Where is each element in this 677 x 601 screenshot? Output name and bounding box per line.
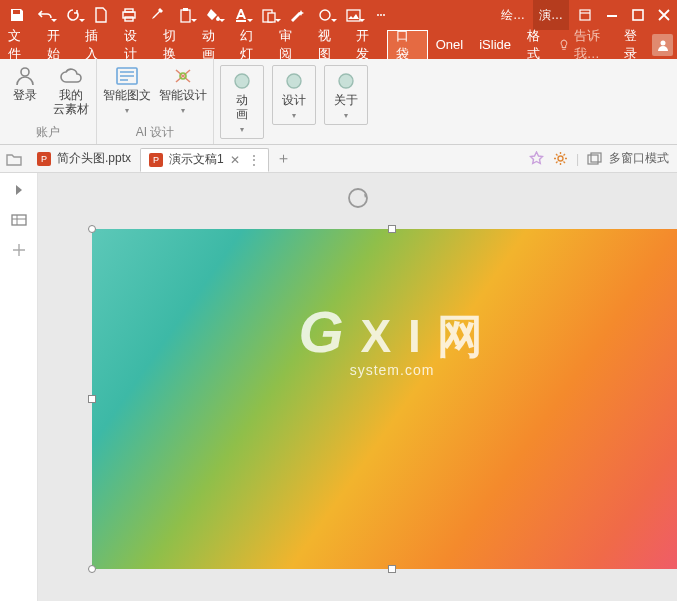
slide-canvas[interactable]: G X I 网 system.com [38, 173, 677, 601]
new-tab-button[interactable]: ＋ [273, 148, 295, 170]
more-icon[interactable] [368, 2, 394, 28]
menu-tab-animation[interactable]: 动画 [194, 30, 233, 59]
ribbon-design-btn[interactable]: 设计 ▾ [272, 65, 316, 125]
ribbon-caption-ai: AI 设计 [103, 122, 207, 144]
close-tab-icon[interactable]: ✕ [230, 153, 242, 167]
side-panel [0, 173, 38, 601]
ribbon-login[interactable]: 登录 [6, 65, 44, 103]
multiwindow-label[interactable]: 多窗口模式 [609, 150, 669, 167]
chevron-down-icon: ▾ [125, 106, 129, 115]
sel-handle[interactable] [88, 395, 96, 403]
undo-icon[interactable] [32, 2, 58, 28]
ribbon-smart-image[interactable]: 智能图文 ▾ [103, 65, 151, 115]
svg-rect-24 [588, 155, 598, 164]
login-link[interactable]: 登录 [624, 27, 646, 63]
menu-tab-islide[interactable]: iSlide [471, 30, 519, 59]
user-icon[interactable] [652, 34, 673, 56]
window-buttons [599, 0, 677, 30]
menu-tab-pocket[interactable]: 口袋 [387, 30, 428, 59]
ribbon-group-ai: 智能图文 ▾ 智能设计 ▾ AI 设计 [97, 59, 214, 144]
multiwindow-icon [585, 150, 603, 168]
magic-icon[interactable] [284, 2, 310, 28]
ribbon-about[interactable]: 关于 ▾ [324, 65, 368, 125]
ribbon-group-misc: 动 画 ▾ 设计 ▾ 关于 ▾ [214, 59, 374, 144]
sel-handle[interactable] [388, 565, 396, 573]
image-icon[interactable] [340, 2, 366, 28]
svg-rect-2 [125, 17, 133, 21]
smart-design-icon [170, 65, 196, 87]
menu-tab-format[interactable]: 格式 [519, 30, 558, 59]
folder-icon[interactable] [4, 149, 24, 169]
ribbon-cloud[interactable]: 我的 云素材 [52, 65, 90, 117]
gear-icon[interactable] [552, 150, 570, 168]
thumbnail-icon[interactable] [6, 209, 32, 231]
close-icon[interactable] [651, 0, 677, 30]
svg-point-20 [235, 74, 249, 88]
ribbon-group-account: 登录 我的 云素材 账户 [0, 59, 97, 144]
menu-tab-view[interactable]: 视图 [310, 30, 349, 59]
menu-tab-transition[interactable]: 切换 [155, 30, 194, 59]
title-tab-more-icon[interactable] [571, 0, 599, 30]
svg-rect-3 [181, 10, 190, 22]
star-icon[interactable] [528, 150, 546, 168]
menu-tab-review[interactable]: 审阅 [271, 30, 310, 59]
menu-tab-onel[interactable]: Onel [428, 30, 471, 59]
minimize-icon[interactable] [599, 0, 625, 30]
svg-rect-15 [633, 10, 643, 20]
menu-tab-design[interactable]: 设计 [116, 30, 155, 59]
login-user-icon [12, 65, 38, 87]
maximize-icon[interactable] [625, 0, 651, 30]
tell-me[interactable]: 告诉我… [558, 27, 618, 63]
ribbon: 登录 我的 云素材 账户 智能图文 ▾ 智能设计 ▾ AI 设计 [0, 59, 677, 145]
sel-handle[interactable] [88, 565, 96, 573]
shape-icon[interactable] [312, 2, 338, 28]
svg-point-11 [380, 14, 382, 16]
save-icon[interactable] [4, 2, 30, 28]
ribbon-smart-design[interactable]: 智能设计 ▾ [159, 65, 207, 115]
add-icon[interactable] [6, 239, 32, 261]
title-tab-1[interactable]: 演… [533, 0, 569, 30]
watermark: G X I 网 system.com [299, 298, 486, 378]
redo-icon[interactable] [60, 2, 86, 28]
svg-rect-5 [236, 20, 246, 22]
sel-handle[interactable] [88, 225, 96, 233]
rotate-handle-icon[interactable] [345, 185, 371, 215]
chevron-down-icon: ▾ [344, 111, 348, 120]
svg-point-27 [349, 189, 367, 207]
svg-rect-1 [125, 9, 133, 12]
svg-point-8 [320, 10, 330, 20]
svg-point-23 [558, 156, 563, 161]
svg-point-21 [287, 74, 301, 88]
new-doc-icon[interactable] [88, 2, 114, 28]
selected-shape[interactable]: G X I 网 system.com [92, 229, 677, 569]
doc-tab-1[interactable]: P 演示文稿1 ✕ ⋮ [140, 148, 269, 172]
menu-tab-start[interactable]: 开始 [39, 30, 78, 59]
eyedropper-icon[interactable] [144, 2, 170, 28]
font-color-icon[interactable] [228, 2, 254, 28]
ppt-icon: P [149, 153, 163, 167]
chevron-down-icon: ▾ [240, 125, 244, 134]
fill-color-icon[interactable] [200, 2, 226, 28]
menu-tab-dev[interactable]: 开发 [348, 30, 387, 59]
title-bar: 绘… 演… [0, 0, 677, 30]
cloud-icon [58, 65, 84, 87]
clipboard-icon[interactable] [172, 2, 198, 28]
print-icon[interactable] [116, 2, 142, 28]
sel-handle[interactable] [388, 225, 396, 233]
svg-rect-14 [607, 15, 617, 17]
menu-tab-file[interactable]: 文件 [0, 30, 39, 59]
tab-menu-icon[interactable]: ⋮ [248, 153, 260, 167]
ribbon-anim[interactable]: 动 画 ▾ [220, 65, 264, 139]
title-tab-0[interactable]: 绘… [495, 0, 531, 30]
circle-icon [333, 70, 359, 92]
svg-rect-26 [12, 215, 26, 225]
menu-tab-slideshow[interactable]: 幻灯 [232, 30, 271, 59]
smart-image-icon [114, 65, 140, 87]
menu-tab-insert[interactable]: 插入 [77, 30, 116, 59]
collapse-icon[interactable] [6, 179, 32, 201]
chevron-down-icon: ▾ [292, 111, 296, 120]
doc-tab-0[interactable]: P 简介头图.pptx [28, 147, 140, 171]
svg-rect-25 [591, 153, 601, 162]
paste-icon[interactable] [256, 2, 282, 28]
ppt-icon: P [37, 152, 51, 166]
